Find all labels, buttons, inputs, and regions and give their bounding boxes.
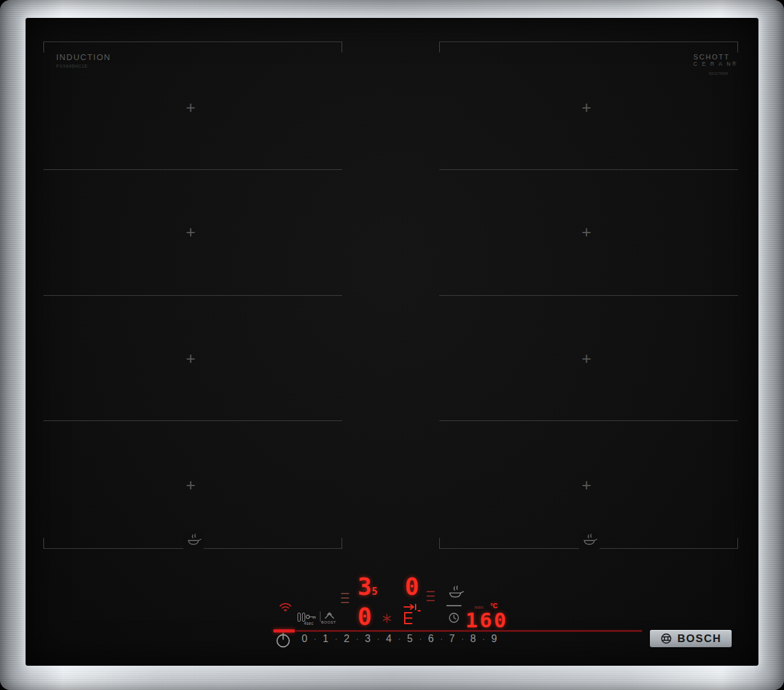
flexzone-right-divider-1 (439, 169, 738, 170)
bosch-logo-plaque: BOSCH (650, 630, 732, 647)
flexzone-left-bottom-stub-l (43, 538, 44, 549)
number-dot: · (395, 634, 403, 643)
number-dot: · (332, 634, 340, 643)
flexzone-left-divider-1 (43, 169, 342, 170)
pan-steam-icon[interactable] (446, 585, 464, 600)
power-level-display: 35 (358, 575, 377, 599)
zone-lines-icon[interactable] (426, 590, 435, 603)
zone-plus-marker: + (582, 99, 591, 116)
number-dot: · (437, 634, 446, 643)
power-icon[interactable] (275, 632, 292, 649)
power-level-scale: 0· 1· 2· 3· 4· 5· 6· 7· 8· 9 (298, 633, 501, 645)
slider-track[interactable] (296, 630, 642, 632)
boost-chevrons-icon[interactable] (324, 611, 335, 619)
flexzone-right-divider-2 (439, 295, 738, 296)
ceran-glass-surface (26, 18, 758, 666)
slider-number-6[interactable]: 6 (425, 633, 437, 645)
slider-number-5[interactable]: 5 (403, 633, 416, 645)
lock-hold-label: 4sec (304, 621, 313, 625)
number-dot: · (416, 634, 425, 643)
slider-number-3[interactable]: 3 (361, 633, 374, 645)
flexzone-right-top-line (439, 42, 738, 42)
flexzone-right-bottom-stub-l (439, 538, 440, 549)
model-number: PXX645HC1E (56, 64, 87, 68)
number-dot: · (374, 634, 382, 643)
star-icon[interactable] (382, 613, 392, 624)
slider-number-4[interactable]: 4 (382, 633, 395, 645)
slider-number-2[interactable]: 2 (340, 633, 353, 645)
schott-logo-line2: C E R A N® (693, 61, 738, 68)
slider-number-9[interactable]: 9 (488, 633, 501, 645)
slider-number-0[interactable]: 0 (298, 633, 311, 645)
slider-number-7[interactable]: 7 (446, 633, 458, 645)
flexzone-right-bottom-stub-r (737, 538, 738, 549)
flexzone-right-top-stub-r (737, 42, 738, 52)
flexzone-right-top-stub-l (439, 42, 440, 52)
heat-level-line (446, 605, 462, 606)
zone-plus-marker: + (186, 350, 195, 367)
flexzone-left-top-stub-l (43, 42, 44, 52)
panel-divider (320, 611, 320, 622)
number-dot: · (458, 634, 467, 643)
flexzone-right-divider-3 (439, 420, 738, 421)
zone-plus-marker: + (186, 224, 195, 240)
timer-display-top: 0 (405, 575, 419, 599)
schott-logo-line1: SCHOTT (693, 53, 738, 61)
slider-number-8[interactable]: 8 (467, 633, 479, 645)
power-level-value: 3 (358, 573, 372, 601)
pan-steam-icon (183, 531, 204, 549)
move-pan-icon (402, 603, 421, 625)
flexzone-left-divider-2 (43, 295, 342, 296)
pause-icon[interactable] (298, 613, 305, 622)
induction-cooktop: INDUCTION PXX645HC1E SCHOTT C E R A N® 9… (0, 0, 784, 690)
induction-label: INDUCTION (56, 52, 111, 62)
temperature-display: 160 (465, 610, 508, 631)
clock-icon[interactable] (448, 612, 460, 624)
flexzone-left-top-stub-r (342, 42, 342, 52)
wifi-icon (278, 601, 292, 612)
zone-plus-marker: + (582, 224, 591, 240)
timer-display-bottom: 0 (358, 605, 372, 629)
boost-label: BOOST (321, 620, 336, 624)
flexzone-left-divider-3 (43, 420, 342, 421)
slider-number-1[interactable]: 1 (319, 633, 332, 645)
schott-part-number: 9001176668 (709, 72, 728, 75)
flexzone-left-top-line (43, 42, 342, 42)
bosch-armature-icon (660, 632, 672, 645)
number-dot: · (479, 634, 488, 643)
zone-plus-marker: + (186, 477, 195, 493)
zone-plus-marker: + (582, 477, 591, 493)
number-dot: · (311, 634, 319, 643)
flexzone-left-bottom-stub-r (342, 538, 342, 549)
key-lock-icon[interactable] (305, 613, 317, 620)
number-dot: · (353, 634, 361, 643)
pan-steam-icon (579, 531, 599, 549)
bosch-logo-text: BOSCH (677, 632, 721, 645)
zone-lines-icon[interactable] (341, 592, 349, 605)
zone-plus-marker: + (582, 350, 591, 367)
zone-plus-marker: + (186, 99, 195, 116)
power-level-sub-value: 5 (372, 586, 377, 597)
